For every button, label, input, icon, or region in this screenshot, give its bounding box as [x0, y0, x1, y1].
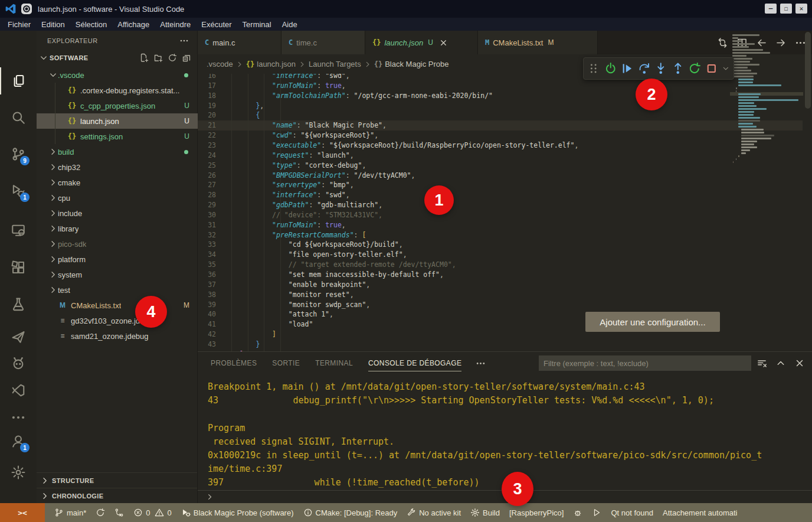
status-main-[interactable]: main*	[54, 508, 86, 517]
code-line: 31 "runToMain": true,	[198, 220, 812, 230]
menu-aide[interactable]: Aide	[277, 18, 303, 31]
panel-more-icon[interactable]	[476, 358, 486, 368]
tree-item-cmake[interactable]: cmake	[37, 175, 198, 190]
status-bug-icon[interactable]	[573, 508, 582, 517]
breadcrumb-item[interactable]: launch.json	[257, 60, 296, 68]
status--raspberrypico-[interactable]: [RaspberryPico]	[509, 508, 564, 517]
status-black-magic-probe-software-[interactable]: Black Magic Probe (software)	[181, 508, 294, 517]
minimap[interactable]	[730, 31, 803, 308]
section-chronologie[interactable]: CHRONOLOGIE	[37, 488, 197, 503]
power-icon[interactable]	[604, 62, 617, 75]
minimize-button[interactable]: —	[765, 4, 777, 14]
panel-tab-terminal[interactable]: TERMINAL	[315, 352, 353, 374]
tree-item-cpu[interactable]: cpu	[37, 190, 198, 205]
maximize-panel-icon[interactable]	[775, 358, 786, 368]
panel-tab-probl-mes[interactable]: PROBLÈMES	[211, 352, 257, 374]
tab-launch-json[interactable]: {}launch.jsonU	[365, 31, 478, 54]
menu-affichage[interactable]: Affichage	[112, 18, 155, 31]
sidebar-more-icon[interactable]	[179, 36, 189, 45]
close-icon[interactable]	[439, 38, 448, 47]
tree-item-library[interactable]: library	[37, 221, 198, 236]
status-no-active-kit[interactable]: No active kit	[407, 508, 461, 517]
menu-terminal[interactable]: Terminal	[237, 18, 277, 31]
code-area[interactable]: 16 "interface": "swd",17 "runToMain": tr…	[198, 74, 812, 351]
restart-icon[interactable]	[688, 62, 701, 75]
tree-item-test[interactable]: test	[37, 282, 198, 298]
code-text: "set mem inaccessible-by-default off",	[223, 270, 444, 280]
status-attachement-automati[interactable]: Attachement automati	[663, 508, 737, 517]
status-sync-icon[interactable]	[96, 508, 105, 517]
step-into-icon[interactable]	[654, 62, 667, 75]
clear-output-icon[interactable]	[757, 358, 767, 368]
step-over-icon[interactable]	[638, 62, 651, 75]
menu-atteindre[interactable]: Atteindre	[155, 18, 196, 31]
minimap-line	[732, 40, 742, 42]
tree-item--vscode[interactable]: .vscode	[37, 67, 198, 83]
activity-visual-studio-icon[interactable]	[0, 377, 37, 404]
status-play-icon[interactable]	[592, 508, 601, 517]
activity-search-icon[interactable]	[0, 104, 37, 131]
status-build[interactable]: Build	[470, 508, 500, 517]
tree-item-include[interactable]: include	[37, 205, 198, 221]
remote-indicator[interactable]: ><	[0, 503, 45, 522]
tree-item-settings-json[interactable]: {}settings.jsonU	[37, 129, 198, 144]
tree-item-pico-sdk[interactable]: pico-sdk	[37, 236, 198, 252]
tab-main-c[interactable]: Cmain.c	[198, 31, 281, 54]
editor-scrollbar[interactable]	[805, 32, 811, 109]
tree-item-label: platform	[58, 255, 86, 264]
breadcrumb-item[interactable]: Black Magic Probe	[385, 60, 448, 68]
activity-platformio-icon[interactable]	[0, 350, 37, 377]
chevron-down-icon[interactable]	[722, 64, 730, 73]
section-structure[interactable]: STRUCTURE	[37, 472, 197, 488]
menu-sélection[interactable]: Sélection	[70, 18, 112, 31]
panel-tab-console-de-d-bogage[interactable]: CONSOLE DE DÉBOGAGE	[368, 352, 461, 374]
panel-tab-sortie[interactable]: SORTIE	[272, 352, 300, 374]
menu-edition[interactable]: Edition	[36, 18, 70, 31]
activity-settings-gear-icon[interactable]	[0, 459, 37, 486]
add-configuration-button[interactable]: Ajouter une configuration...	[585, 312, 720, 332]
tree-item--cortex-debug-registers-stat-[interactable]: {}.cortex-debug.registers.stat...	[37, 83, 198, 98]
maximize-button[interactable]: ☐	[780, 4, 792, 14]
debug-console-output: Breakpoint 1, main () at /mnt/data/git/o…	[208, 380, 810, 490]
activity-extensions-icon[interactable]	[0, 254, 37, 281]
tree-item-launch-json[interactable]: {}launch.jsonU	[37, 113, 198, 129]
activity-remote-explorer-icon[interactable]	[0, 216, 37, 243]
status-cmake-debug-ready[interactable]: CMake: [Debug]: Ready	[303, 508, 398, 517]
menu-exécuter[interactable]: Exécuter	[196, 18, 237, 31]
activity-source-control-icon[interactable]: 9	[0, 141, 37, 168]
activity-cmake-tools-icon[interactable]	[0, 324, 37, 351]
step-out-icon[interactable]	[672, 62, 685, 75]
tree-item-label: .cortex-debug.registers.stat...	[80, 86, 179, 95]
workspace-section-header[interactable]: SOFTWARE	[37, 51, 197, 65]
tree-item-system[interactable]: system	[37, 267, 198, 282]
minimap-line	[736, 158, 736, 160]
status-qt-not-found[interactable]: Qt not found	[611, 508, 653, 517]
menu-fichier[interactable]: Fichier	[2, 18, 36, 31]
status-0[interactable]: 0	[155, 508, 171, 517]
tree-item-platform[interactable]: platform	[37, 252, 198, 267]
status-git-graph-icon[interactable]	[114, 508, 124, 517]
activity-account-icon[interactable]: 1	[0, 428, 37, 455]
tree-item-gd32vf103-ozone-jdebug[interactable]: ≡gd32vf103_ozone.jdebug	[37, 313, 198, 328]
debug-console-filter-input[interactable]	[539, 355, 751, 371]
status-0[interactable]: 0	[133, 508, 150, 517]
stop-icon[interactable]	[705, 62, 718, 75]
activity-run-debug-icon[interactable]: 1	[0, 177, 37, 204]
tree-item-samd21-ozone-jdebug[interactable]: ≡samd21_ozone.jdebug	[37, 328, 198, 344]
tree-item-chip32[interactable]: chip32	[37, 159, 198, 175]
tree-item-c-cpp-properties-json[interactable]: {}c_cpp_properties.jsonU	[37, 98, 198, 113]
tab-cmakelists-txt[interactable]: MCMakeLists.txtM	[478, 31, 598, 54]
breadcrumb-item[interactable]: Launch Targets	[309, 60, 361, 68]
tab-time-c[interactable]: Ctime.c	[281, 31, 365, 54]
tree-item-cmakelists-txt[interactable]: MCMakeLists.txtM	[37, 298, 198, 313]
activity-test-beaker-icon[interactable]	[0, 291, 37, 318]
breadcrumb-item[interactable]: .vscode	[207, 60, 233, 68]
grip-icon[interactable]	[587, 62, 600, 75]
console-line: Breakpoint 1, main () at /mnt/data/git/o…	[208, 380, 810, 394]
activity-files-icon[interactable]	[0, 67, 37, 94]
tree-item-build[interactable]: build	[37, 144, 198, 159]
open-changes-icon[interactable]	[717, 37, 728, 48]
close-panel-icon[interactable]	[794, 358, 805, 368]
close-button[interactable]: ✕	[795, 4, 807, 14]
continue-icon[interactable]	[621, 62, 634, 75]
